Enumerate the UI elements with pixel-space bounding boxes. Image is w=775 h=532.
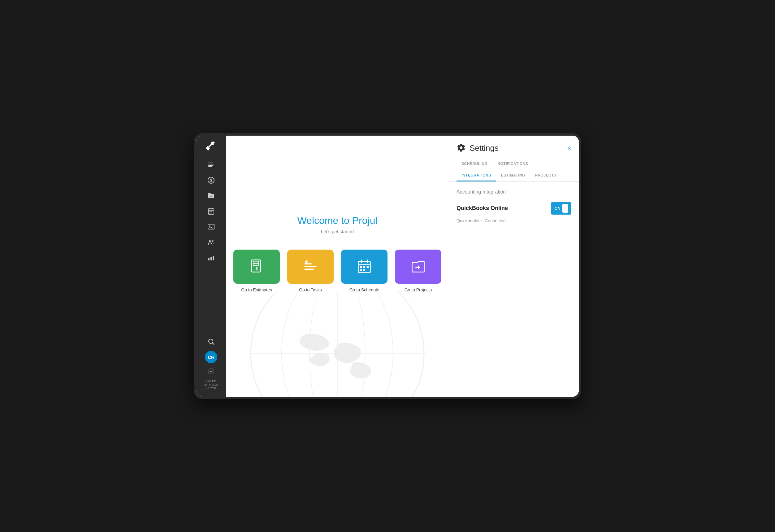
integrations-section-label: Accounting Integration (457, 189, 571, 195)
sidebar-item-reports[interactable] (202, 251, 220, 264)
settings-gear-icon (457, 143, 466, 153)
svg-point-15 (209, 225, 210, 227)
device-frame: $ (194, 133, 581, 399)
sidebar-bottom: CH 8:37 PM Jun 9, 2020 v 1.7057 (204, 335, 218, 393)
svg-point-36 (306, 261, 307, 262)
tasks-card-icon (287, 249, 334, 284)
svg-rect-3 (208, 165, 213, 166)
sidebar-time: 8:37 PM Jun 9, 2020 v 1.7057 (204, 379, 218, 390)
svg-rect-33 (304, 266, 316, 267)
svg-rect-12 (211, 211, 212, 212)
toggle-pill (562, 204, 568, 213)
projects-card-label: Go to Projects (405, 288, 432, 292)
avatar-initials: CH (208, 355, 214, 360)
svg-point-17 (212, 240, 213, 241)
schedule-card[interactable]: Go to Schedule (341, 249, 388, 292)
globe-watermark (244, 292, 430, 397)
user-avatar[interactable]: CH (205, 351, 217, 363)
svg-rect-7 (208, 209, 214, 214)
svg-rect-43 (367, 266, 369, 268)
tab-integrations[interactable]: INTEGRATIONS (457, 170, 496, 181)
welcome-area: Welcome to Projul Let's get started $ Go… (226, 136, 449, 397)
main-content: Welcome to Projul Let's get started $ Go… (226, 136, 449, 397)
quickbooks-name: QuickBooks Online (457, 205, 508, 211)
welcome-subtitle: Let's get started (321, 229, 354, 234)
svg-rect-14 (208, 224, 214, 229)
estimates-card[interactable]: $ Go to Estimates (233, 249, 280, 292)
sidebar-item-contacts[interactable] (202, 235, 220, 249)
settings-body: Accounting Integration QuickBooks Online… (449, 182, 579, 397)
action-cards: $ Go to Estimates (233, 249, 441, 292)
tasks-card[interactable]: Go to Tasks (287, 249, 334, 292)
tab-notifications[interactable]: NOTIFICATIONS (493, 158, 533, 170)
projects-card[interactable]: Go to Projects (395, 249, 441, 292)
estimates-card-label: Go to Estimates (241, 288, 272, 292)
svg-rect-11 (209, 211, 210, 212)
svg-rect-45 (363, 270, 365, 271)
tasks-card-label: Go to Tasks (299, 288, 322, 292)
projects-card-icon (395, 249, 441, 284)
status-button[interactable] (205, 366, 217, 377)
svg-rect-19 (210, 257, 212, 260)
schedule-card-label: Go to Schedule (349, 288, 379, 292)
estimates-card-icon: $ (233, 249, 280, 284)
svg-rect-34 (304, 269, 314, 270)
search-button[interactable] (204, 335, 218, 348)
sidebar-item-calendar[interactable] (202, 204, 220, 218)
svg-rect-41 (360, 266, 362, 268)
sidebar-item-projects[interactable] (202, 189, 220, 202)
settings-header: Settings × (449, 136, 579, 153)
quickbooks-toggle[interactable]: ON (551, 202, 571, 214)
svg-point-26 (309, 292, 365, 397)
svg-rect-4 (208, 166, 212, 167)
svg-rect-2 (208, 164, 214, 164)
tab-projects[interactable]: PROJECTS (530, 170, 562, 181)
tab-scheduling[interactable]: SCHEDULING (457, 158, 493, 170)
svg-text:$: $ (210, 178, 212, 183)
svg-text:$: $ (255, 266, 258, 271)
svg-rect-13 (209, 213, 210, 214)
svg-point-25 (282, 292, 393, 397)
svg-rect-18 (208, 258, 209, 260)
sidebar: $ (196, 136, 226, 397)
svg-point-16 (209, 240, 211, 242)
svg-point-24 (251, 292, 424, 397)
sidebar-item-estimates[interactable]: $ (202, 173, 220, 187)
svg-point-23 (208, 369, 214, 374)
settings-title: Settings (470, 143, 499, 153)
sidebar-nav: $ (196, 157, 226, 335)
toggle-label: ON (554, 206, 561, 210)
settings-title-row: Settings (457, 143, 499, 153)
sidebar-item-gallery[interactable] (202, 220, 220, 233)
svg-rect-1 (208, 162, 213, 163)
sidebar-item-tasks[interactable] (202, 158, 220, 171)
svg-rect-42 (363, 266, 365, 268)
quickbooks-status: Quickbooks is Connected (457, 218, 571, 223)
settings-close-button[interactable]: × (567, 145, 571, 152)
tab-estimating[interactable]: ESTIMATING (496, 170, 530, 181)
svg-rect-20 (213, 256, 214, 260)
quickbooks-row: QuickBooks Online ON (457, 202, 571, 214)
settings-panel: Settings × SCHEDULING NOTIFICATIONS INTE… (449, 136, 579, 397)
app-logo[interactable] (204, 139, 218, 153)
svg-rect-32 (304, 263, 312, 264)
svg-rect-44 (360, 270, 362, 271)
svg-line-22 (212, 343, 214, 345)
settings-tabs: SCHEDULING NOTIFICATIONS INTEGRATIONS ES… (449, 153, 579, 182)
welcome-title: Welcome to Projul (297, 215, 377, 226)
schedule-card-icon (341, 249, 388, 284)
